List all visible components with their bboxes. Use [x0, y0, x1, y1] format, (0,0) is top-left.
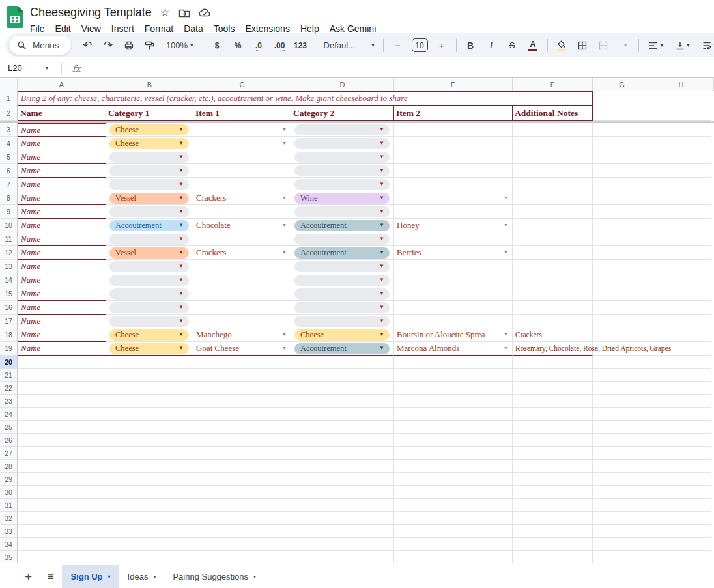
- cell-A24[interactable]: [18, 408, 106, 421]
- cell-D8[interactable]: Wine▼: [291, 191, 394, 205]
- cell-G4[interactable]: [593, 137, 651, 150]
- cell-H21[interactable]: [651, 369, 711, 382]
- row-header-26[interactable]: 26: [0, 434, 18, 447]
- cell-C4[interactable]: ▼: [193, 137, 291, 150]
- cell-D33[interactable]: [291, 525, 394, 538]
- cell-B13[interactable]: ▼: [106, 260, 193, 273]
- cell-G12[interactable]: [593, 246, 651, 260]
- cell-E31[interactable]: [394, 499, 513, 512]
- cell-A34[interactable]: [18, 538, 106, 551]
- zoom-select[interactable]: 100% ▾: [161, 37, 199, 54]
- cell-G29[interactable]: [593, 473, 651, 486]
- cell-G23[interactable]: [593, 395, 651, 408]
- undo-button[interactable]: ↶: [78, 37, 98, 54]
- cell-C3[interactable]: ▼: [193, 123, 291, 137]
- cell-F27[interactable]: [513, 447, 593, 460]
- cell-F22[interactable]: [513, 382, 593, 395]
- cell-E17[interactable]: [394, 315, 513, 328]
- vertical-align-button[interactable]: ▾: [670, 37, 696, 54]
- cell-D23[interactable]: [291, 395, 394, 408]
- cell-H13[interactable]: [651, 260, 711, 273]
- cell-G21[interactable]: [593, 369, 651, 382]
- category-dropdown-chip-empty[interactable]: ▼: [294, 302, 390, 313]
- cell-D7[interactable]: ▼: [291, 178, 394, 191]
- cell-H11[interactable]: [651, 232, 711, 246]
- cell-G25[interactable]: [593, 421, 651, 434]
- category-dropdown-chip-accoutrement[interactable]: Accoutrement▼: [294, 343, 390, 354]
- cell-F16[interactable]: [513, 301, 593, 315]
- cell-C33[interactable]: [193, 525, 291, 538]
- cell-A28[interactable]: [18, 460, 106, 473]
- cell-E21[interactable]: [394, 369, 513, 382]
- star-icon[interactable]: ☆: [160, 8, 170, 18]
- cell-E35[interactable]: [394, 551, 513, 563]
- cell-B5[interactable]: ▼: [106, 150, 193, 164]
- cell-G28[interactable]: [593, 460, 651, 473]
- cell-F33[interactable]: [513, 525, 593, 538]
- cell-D30[interactable]: [291, 486, 394, 499]
- category-dropdown-chip-wine[interactable]: Wine▼: [294, 193, 390, 204]
- row-header-8[interactable]: 8: [0, 191, 18, 205]
- column-header-F[interactable]: F: [513, 78, 593, 91]
- cell-F19[interactable]: Rosemary, Chocolate, Rose, Dried Apricot…: [513, 342, 593, 356]
- cell-F13[interactable]: [513, 260, 593, 273]
- cell-A13[interactable]: Name: [18, 260, 106, 273]
- cell-F30[interactable]: [513, 486, 593, 499]
- cell-C28[interactable]: [193, 460, 291, 473]
- cell-F11[interactable]: [513, 232, 593, 246]
- cell-B7[interactable]: ▼: [106, 178, 193, 191]
- cell-B30[interactable]: [106, 486, 193, 499]
- cell-H23[interactable]: [651, 395, 711, 408]
- cell-B28[interactable]: [106, 460, 193, 473]
- category-dropdown-chip-empty[interactable]: ▼: [294, 316, 390, 327]
- cell-C6[interactable]: [193, 164, 291, 178]
- cell-H3[interactable]: [651, 123, 711, 137]
- cell-C5[interactable]: [193, 150, 291, 164]
- cell-C25[interactable]: [193, 421, 291, 434]
- cell-H17[interactable]: [651, 315, 711, 328]
- cell-G24[interactable]: [593, 408, 651, 421]
- merge-cells-button[interactable]: [593, 37, 614, 54]
- cell-G15[interactable]: [593, 287, 651, 301]
- cell-F3[interactable]: [513, 123, 593, 137]
- cell-H12[interactable]: [651, 246, 711, 260]
- cell-C17[interactable]: [193, 315, 291, 328]
- cell-E13[interactable]: [394, 260, 513, 273]
- category-dropdown-chip-accoutrement[interactable]: Accoutrement▼: [294, 220, 390, 231]
- cell-F35[interactable]: [513, 551, 593, 563]
- menu-extensions[interactable]: Extensions: [240, 21, 294, 36]
- cell-A31[interactable]: [18, 499, 106, 512]
- cell-G2[interactable]: [593, 105, 651, 121]
- cell-E32[interactable]: [394, 512, 513, 525]
- cell-B6[interactable]: ▼: [106, 164, 193, 178]
- category-dropdown-chip-cheese[interactable]: Cheese▼: [109, 329, 189, 341]
- cell-B26[interactable]: [106, 434, 193, 447]
- text-color-button[interactable]: A: [523, 37, 543, 54]
- category-dropdown-chip-empty[interactable]: ▼: [294, 165, 390, 176]
- cell-A10[interactable]: Name: [18, 219, 106, 232]
- menu-format[interactable]: Format: [139, 21, 178, 36]
- menu-help[interactable]: Help: [295, 21, 324, 36]
- cell-B14[interactable]: ▼: [106, 273, 193, 287]
- category-dropdown-chip-empty[interactable]: ▼: [109, 165, 189, 176]
- row-header-2[interactable]: 2: [0, 105, 18, 121]
- row-header-16[interactable]: 16: [0, 301, 18, 315]
- cell-H22[interactable]: [651, 382, 711, 395]
- dropdown-arrow-icon[interactable]: ▼: [504, 223, 508, 228]
- column-header-D[interactable]: D: [291, 78, 394, 91]
- column-header-B[interactable]: B: [106, 78, 193, 91]
- cell-F6[interactable]: [513, 164, 593, 178]
- menu-file[interactable]: File: [25, 21, 50, 36]
- cell-D20[interactable]: [291, 356, 394, 369]
- cell-H20[interactable]: [651, 356, 711, 369]
- cell-H5[interactable]: [651, 150, 711, 164]
- toolbar-search-menus[interactable]: Menus: [9, 36, 71, 55]
- cell-E30[interactable]: [394, 486, 513, 499]
- cell-F28[interactable]: [513, 460, 593, 473]
- cell-A29[interactable]: [18, 473, 106, 486]
- decrease-decimal-button[interactable]: .0←: [249, 37, 269, 54]
- row-header-5[interactable]: 5: [0, 150, 18, 164]
- cell-G11[interactable]: [593, 232, 651, 246]
- cell-A16[interactable]: Name: [18, 301, 106, 315]
- category-dropdown-chip-cheese[interactable]: Cheese▼: [109, 124, 189, 135]
